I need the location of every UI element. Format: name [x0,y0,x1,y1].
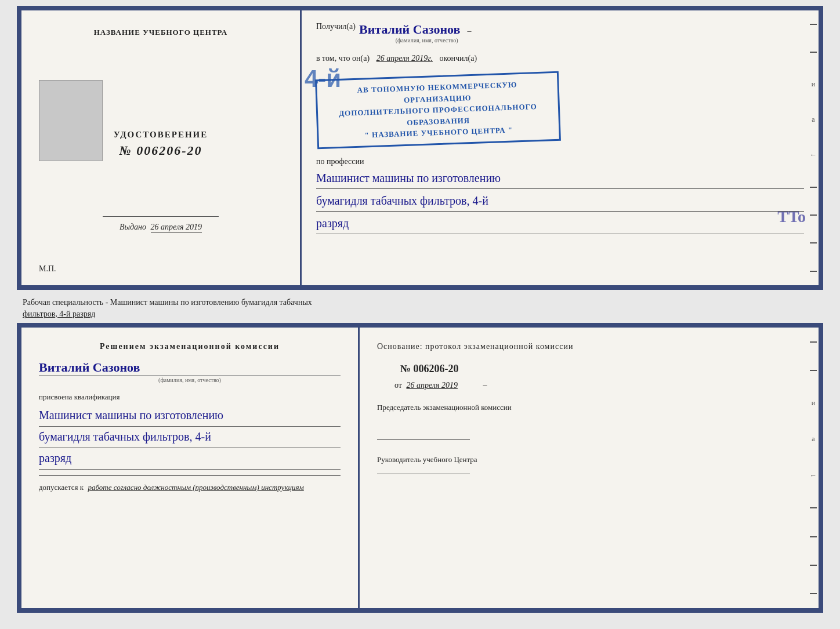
date-suffix: окончил(а) [439,54,477,63]
assigned-label: присвоена квалификация [39,392,341,402]
side-bdash-2 [810,370,817,371]
bottom-name-handwritten: Виталий Сазонов [39,360,341,375]
allowed-italic-text: работе согласно должностным (производств… [88,483,303,492]
training-center-title: НАЗВАНИЕ УЧЕБНОГО ЦЕНТРА [94,28,228,37]
date-value: 26 апреля 2019г. [376,54,433,63]
side-char-и: и [812,80,815,89]
left-page-top: НАЗВАНИЕ УЧЕБНОГО ЦЕНТРА УДОСТОВЕРЕНИЕ №… [21,10,300,285]
issued-date: 26 апреля 2019 [151,223,202,232]
side-bdash-5 [810,565,817,566]
chairman-label: Председатель экзаменационной комиссии [377,402,801,413]
bottom-name-hint: (фамилия, имя, отчество) [39,375,341,383]
mp-label: М.П. [39,264,56,274]
tto-watermark: TTo [777,208,806,226]
side-dash-5 [810,242,817,243]
commission-title: Решением экзаменационной комиссии [39,342,341,351]
photo-placeholder [39,80,103,161]
description-line1: Рабочая специальность - Машинист машины … [23,298,312,307]
director-label: Руководитель учебного Центра [377,454,477,466]
basis-label: Основание: протокол экзаменационной коми… [377,342,801,351]
cert-number: № 006206-20 [114,143,208,158]
date-prefix: в том, что он(а) [316,54,370,63]
allowed-label-text: допускается к [39,483,84,492]
director-signature-line [377,474,470,474]
side-decorations-top: и а ← [808,10,819,285]
side-dash-4 [810,214,817,216]
right-page-top: Получил(а) Виталий Сазонов – (фамилия, и… [302,10,819,285]
side-bchar-arrow: ← [810,471,817,480]
side-bchar-и: и [812,399,815,408]
side-bdash-6 [810,593,817,594]
issued-line: Выдано 26 апреля 2019 [120,223,202,232]
received-name: Виталий Сазонов [359,22,460,37]
side-char-arrow: ← [810,151,817,159]
stamp-box: АВ ТОНОМНУЮ НЕКОММЕРЧЕСКУЮ ОРГАНИЗАЦИЮ Д… [315,71,561,149]
allowed-section: допускается к работе согласно должностны… [39,483,341,492]
side-bchar-a: а [812,435,814,443]
issued-label: Выдано [120,223,146,231]
chairman-signature-line [377,439,470,440]
qual-line1: Машинист машины по изготовлению [39,405,341,427]
profession-line2: бумагидля табачных фильтров, 4-й [316,191,804,212]
cert-label: УДОСТОВЕРЕНИЕ [114,130,208,140]
protocol-number: № 006206-20 [400,363,801,375]
from-date: от 26 апреля 2019 – [394,381,801,390]
side-bdash-4 [810,536,817,537]
doc-description: Рабочая специальность - Машинист машины … [17,293,823,323]
bottom-name-section: Виталий Сазонов (фамилия, имя, отчество) [39,360,341,389]
profession-line1: Машинист машины по изготовлению [316,169,804,189]
bottom-left-page: Решением экзаменационной комиссии Витали… [21,328,358,608]
side-dash-6 [810,271,817,272]
profession-label-right: по профессии [316,157,804,166]
from-date-value: 26 апреля 2019 [406,381,457,390]
received-hint: (фамилия, имя, отчество) [382,37,471,43]
received-prefix: Получил(а) [316,22,356,31]
side-bdash-3 [810,507,817,508]
profession-line3: разряд [316,214,804,234]
from-label: от [394,381,402,390]
side-dash-right-1: – [483,381,487,390]
side-decorations-bottom: и а ← [808,328,819,608]
side-bdash-1 [810,341,817,343]
side-char-a: а [812,115,814,124]
side-dash-2 [810,52,817,53]
side-dash-1 [810,24,817,25]
description-line2: фильтров, 4-й разряд [23,310,95,318]
qual-line3: разряд [39,448,341,470]
dash: – [467,27,471,35]
bottom-document: Решением экзаменационной комиссии Витали… [17,323,823,613]
top-document: НАЗВАНИЕ УЧЕБНОГО ЦЕНТРА УДОСТОВЕРЕНИЕ №… [17,6,823,290]
date-line: в том, что он(а) 26 апреля 2019г. окончи… [316,54,804,63]
side-dash-3 [810,187,817,188]
bottom-right-page: Основание: протокол экзаменационной коми… [360,328,819,608]
stamp-number: 4-й [305,65,341,93]
qual-line2: бумагидля табачных фильтров, 4-й [39,427,341,448]
